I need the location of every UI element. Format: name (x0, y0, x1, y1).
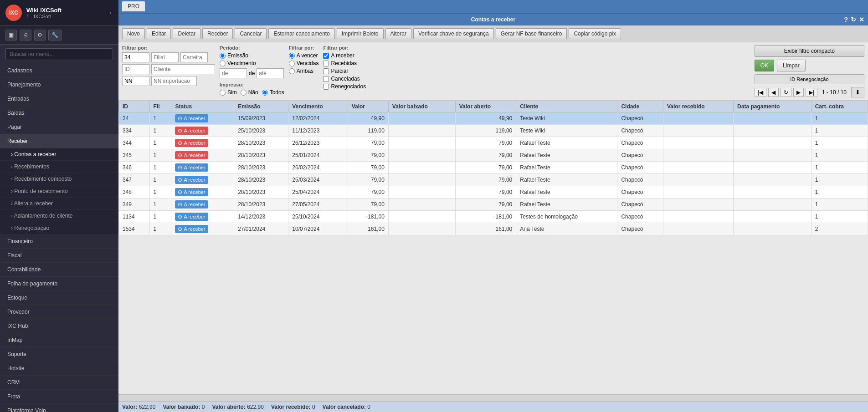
table-row[interactable]: 344 1 ⊙ A receber 28/10/2023 26/12/2023 … (119, 137, 868, 149)
sidebar-submenu-contas-receber[interactable]: › Contas a receber (0, 148, 118, 161)
table-row[interactable]: 349 1 ⊙ A receber 28/10/2023 27/05/2024 … (119, 198, 868, 211)
sidebar-submenu-recebimentos[interactable]: › Recebimentos (0, 161, 118, 173)
scrollbar-area[interactable] (118, 394, 868, 402)
sidebar-item-inmap[interactable]: InMap (0, 333, 118, 347)
col-emissao[interactable]: Emissão (234, 101, 288, 112)
sidebar-item-provedor[interactable]: Provedor (0, 305, 118, 319)
table-row[interactable]: 34 1 ⊙ A receber 15/09/2023 12/02/2024 4… (119, 112, 868, 125)
checkbox-recebidas[interactable]: Recebidas (323, 60, 366, 66)
estornar-cancelamento-button[interactable]: Estornar cancelamento (268, 28, 334, 39)
sidebar-item-cadastros[interactable]: Cadastros (0, 64, 118, 78)
window-refresh-btn[interactable]: ↻ (851, 16, 856, 23)
sidebar-submenu-renegociacao[interactable]: › Renegociação (0, 222, 118, 234)
sidebar-item-suporte[interactable]: Suporte (0, 347, 118, 361)
sidebar-item-crm[interactable]: CRM (0, 376, 118, 390)
sidebar-item-contabilidade[interactable]: Contabilidade (0, 263, 118, 277)
col-cart-cobra[interactable]: Cart. cobra (811, 101, 868, 112)
sidebar-submenu-ponto-recebimento[interactable]: › Ponto de recebimento (0, 185, 118, 198)
tool-grid-btn[interactable]: ▣ (5, 30, 17, 41)
table-row[interactable]: 348 1 ⊙ A receber 28/10/2023 25/04/2024 … (119, 186, 868, 198)
id2-input[interactable] (122, 64, 149, 74)
deletar-button[interactable]: Deletar (173, 28, 200, 39)
download-btn[interactable]: ⬇ (851, 87, 864, 97)
window-close-btn[interactable]: ✕ (859, 16, 864, 23)
id-input[interactable] (122, 52, 149, 62)
sidebar-item-folha-pagamento[interactable]: Folha de pagamento (0, 277, 118, 291)
filial-input[interactable] (151, 52, 179, 62)
checkbox-canceladas[interactable]: Canceladas (323, 76, 366, 82)
alterar-button[interactable]: Alterar (385, 28, 411, 39)
copiar-codigo-pix-button[interactable]: Copiar código pix (569, 28, 621, 39)
table-row[interactable]: 346 1 ⊙ A receber 28/10/2023 26/02/2024 … (119, 162, 868, 174)
sidebar-item-fiscal[interactable]: Fiscal (0, 249, 118, 263)
sidebar-submenu-recebimento-composto[interactable]: › Recebimento composto (0, 173, 118, 185)
sidebar-item-ixc-hub[interactable]: IXC Hub (0, 319, 118, 333)
col-valor[interactable]: Valor (348, 101, 388, 112)
sidebar-submenu-altera-receber[interactable]: › Altera a receber (0, 198, 118, 210)
sidebar-submenu-adiantamento-cliente[interactable]: › Adiantamento de cliente (0, 210, 118, 222)
nn-importacao-input[interactable] (151, 76, 197, 86)
col-fil[interactable]: Fil (149, 101, 171, 112)
col-cidade[interactable]: Cidade (617, 101, 663, 112)
sidebar-item-frota[interactable]: Frota (0, 390, 118, 404)
ok-button[interactable]: OK (755, 60, 774, 71)
sidebar-item-receber[interactable]: Receber (0, 134, 118, 148)
sidebar-item-estoque[interactable]: Estoque (0, 291, 118, 305)
carteira-input[interactable] (180, 52, 208, 62)
checkbox-renegociados[interactable]: Renegociados (323, 83, 366, 90)
page-refresh-btn[interactable]: ↻ (781, 88, 791, 97)
novo-button[interactable]: Novo (122, 28, 145, 39)
ate-input[interactable] (257, 68, 284, 78)
gerar-nf-button[interactable]: Gerar NF base financeiro (496, 28, 567, 39)
sidebar-item-plataforma-voip[interactable]: Plataforma Voip (0, 404, 118, 412)
radio-vencimento[interactable]: Vencimento (220, 60, 284, 66)
radio-a-vencer[interactable]: A vencer (289, 52, 319, 59)
checkbox-a-receber[interactable]: A receber (323, 52, 366, 59)
nav-arrow-icon[interactable]: → (106, 9, 113, 17)
radio-nao[interactable]: Não (241, 89, 258, 96)
sidebar-item-hotsite[interactable]: Hotsite (0, 361, 118, 376)
table-row[interactable]: 1534 1 ⊙ A receber 27/01/2024 10/07/2024… (119, 223, 868, 235)
cliente-input[interactable] (151, 64, 215, 74)
window-help-btn[interactable]: ? (844, 16, 848, 23)
sidebar-item-pagar[interactable]: Pagar (0, 120, 118, 134)
tool-settings-btn[interactable]: ⚙ (34, 30, 46, 41)
radio-vencidas[interactable]: Vencidas (289, 60, 319, 66)
tool-wrench-btn[interactable]: 🔧 (48, 30, 62, 41)
table-row[interactable]: 347 1 ⊙ A receber 28/10/2023 25/03/2024 … (119, 174, 868, 186)
checkbox-parcial[interactable]: Parcial (323, 68, 366, 74)
col-cliente[interactable]: Cliente (516, 101, 617, 112)
de-input[interactable] (220, 68, 247, 78)
page-last-btn[interactable]: ▶| (806, 88, 817, 97)
nn-input[interactable] (122, 76, 149, 86)
imprimir-boleto-button[interactable]: Imprimir Boleto (337, 28, 384, 39)
col-id[interactable]: ID (119, 101, 150, 112)
cancelar-button[interactable]: Cancelar (235, 28, 267, 39)
verificar-chave-button[interactable]: Verificar chave de segurança (413, 28, 494, 39)
col-valor-recebido[interactable]: Valor recebido (663, 101, 733, 112)
page-next-btn[interactable]: ▶ (793, 88, 804, 97)
sidebar-item-saidas[interactable]: Saídas (0, 106, 118, 120)
topbar-tab-pro[interactable]: PRO (122, 1, 145, 11)
radio-emissao[interactable]: Emissão (220, 52, 284, 59)
table-row[interactable]: 1134 1 ⊙ A receber 14/12/2023 25/10/2024… (119, 211, 868, 223)
editar-button[interactable]: Editar (147, 28, 171, 39)
radio-todos[interactable]: Todos (262, 89, 284, 96)
table-row[interactable]: 345 1 ⊙ A receber 28/10/2023 25/01/2024 … (119, 149, 868, 162)
tool-print-btn[interactable]: 🖨 (20, 30, 31, 41)
col-status[interactable]: Status (171, 101, 234, 112)
sidebar-item-financeiro[interactable]: Financeiro (0, 234, 118, 249)
col-valor-aberto[interactable]: Valor aberto (455, 101, 516, 112)
limpar-button[interactable]: Limpar (777, 60, 806, 71)
col-valor-baixado[interactable]: Valor baixado (388, 101, 455, 112)
col-vencimento[interactable]: Vencimento (288, 101, 348, 112)
radio-ambas[interactable]: Ambas (289, 68, 319, 74)
sidebar-item-entradas[interactable]: Entradas (0, 92, 118, 106)
id-renegociacao-button[interactable]: ID Renegociação (755, 74, 864, 84)
sidebar-item-planejamento[interactable]: Planejamento (0, 78, 118, 92)
radio-sim[interactable]: Sim (220, 89, 237, 96)
page-prev-btn[interactable]: ◀ (768, 88, 779, 97)
table-row[interactable]: 334 1 ⊙ A receber 25/10/2023 11/12/2023 … (119, 125, 868, 137)
sidebar-search-input[interactable] (5, 48, 113, 60)
col-data-pagamento[interactable]: Data pagamento (734, 101, 812, 112)
